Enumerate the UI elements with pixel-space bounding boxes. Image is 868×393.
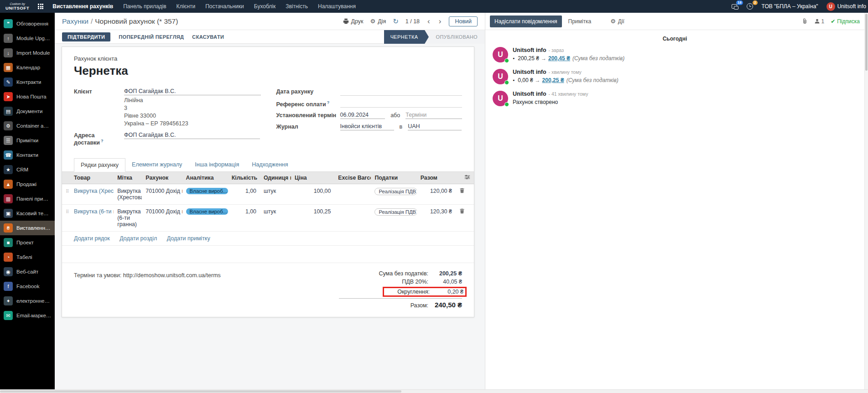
line-quantity[interactable]: 1,00 — [228, 184, 260, 204]
sidebar-item[interactable]: ₴ Виставлення ра... — [0, 221, 55, 235]
line-quantity[interactable]: 1,00 — [228, 204, 260, 231]
statusbar-button[interactable]: СКАСУВАТИ — [192, 34, 224, 40]
notebook-tab[interactable]: Інша інформація — [188, 158, 245, 172]
vertical-scrollbar-thumb[interactable] — [865, 14, 868, 71]
topbar-menu-item[interactable]: Клієнти — [172, 0, 201, 13]
delivery-address-field[interactable]: ФОП Сагайдак В.С. — [124, 132, 260, 139]
attachments-button[interactable] — [802, 18, 808, 24]
sidebar-item[interactable]: ▤ Документи — [0, 104, 55, 119]
sidebar-item[interactable]: ★ CRM — [0, 162, 55, 177]
action-menu-button[interactable]: ⚙ Дія — [370, 18, 386, 25]
journal-field[interactable]: Інвойси клієнтів — [340, 123, 394, 130]
tax-tag[interactable]: Реалізація ПДВ 20% — [374, 208, 416, 216]
col-uom[interactable]: Одиниця в... — [260, 172, 291, 184]
messages-button[interactable]: 18 — [728, 0, 743, 13]
line-account[interactable]: 701000 Дохід ві... — [146, 188, 182, 194]
print-button[interactable]: Друк — [343, 18, 364, 25]
apps-menu-button[interactable] — [34, 0, 47, 13]
sidebar-item[interactable]: ◔ Табелі — [0, 250, 55, 264]
company-switcher[interactable]: ТОВ "БПЛА – Україна" — [757, 3, 823, 10]
line-price[interactable]: 100,00 — [291, 184, 334, 204]
due-date-field[interactable]: 06.09.2024 — [340, 112, 385, 119]
delete-line-icon[interactable] — [459, 209, 465, 215]
sidebar-item[interactable]: ✦ електронне на... — [0, 294, 55, 308]
delete-line-icon[interactable] — [459, 188, 465, 195]
sidebar-item[interactable]: ▥ Панелі приладів — [0, 191, 55, 206]
drag-handle-icon[interactable]: ⠿ — [66, 189, 69, 194]
currency-field[interactable]: UAH — [408, 123, 462, 130]
status-step[interactable]: ОПУБЛІКОВАНО — [429, 30, 485, 44]
add-section-link[interactable]: Додати розділ — [120, 235, 157, 242]
add-note-link[interactable]: Додати примітку — [167, 235, 210, 242]
pager-next-icon[interactable]: › — [438, 17, 442, 25]
vertical-scrollbar[interactable] — [864, 13, 868, 389]
line-price[interactable]: 100,25 — [291, 204, 334, 231]
breadcrumb-parent-link[interactable]: Рахунки — [62, 17, 88, 25]
new-button[interactable]: Новий — [449, 16, 478, 26]
sidebar-item[interactable]: ✎ Контракти — [0, 75, 55, 89]
horizontal-scrollbar-thumb[interactable] — [0, 390, 401, 393]
topbar-menu-item[interactable]: Виставлення рахунків — [47, 0, 118, 13]
activities-button[interactable]: 2 — [743, 0, 757, 13]
line-label[interactable]: Викрутка (6-ти гранна) — [114, 204, 142, 231]
sidebar-item[interactable]: ◉ Веб-сайт — [0, 264, 55, 279]
statusbar-button[interactable]: ПОПЕРЕДНІЙ ПЕРЕГЛЯД — [119, 34, 184, 40]
subscribe-button[interactable]: ✔ Підписка — [831, 18, 860, 25]
sidebar-item[interactable]: ➤ Нова Пошта — [0, 89, 55, 104]
sidebar-item[interactable]: ☎ Контакти — [0, 148, 55, 162]
pager-previous-icon[interactable]: ‹ — [426, 17, 431, 25]
topbar-menu-item[interactable]: Постачальники — [200, 0, 249, 13]
col-quantity[interactable]: Кількість — [228, 172, 260, 184]
status-step[interactable]: ЧЕРНЕТКА — [384, 30, 425, 44]
notebook-tab[interactable]: Рядки рахунку — [74, 158, 125, 172]
product-link[interactable]: Викрутка (6-ти гра — [74, 208, 114, 215]
sidebar-item[interactable]: ✉ Email-маркетинг — [0, 308, 55, 323]
line-excise[interactable] — [334, 184, 371, 204]
sidebar-item[interactable]: ■ Проект — [0, 235, 55, 250]
sidebar-item[interactable]: ☰ Примітки — [0, 133, 55, 148]
topbar-menu-item[interactable]: Бухоблік — [249, 0, 281, 13]
sidebar-item[interactable]: ⚙ Container actions — [0, 119, 55, 133]
tax-tag[interactable]: Реалізація ПДВ 20% — [374, 188, 416, 195]
refresh-icon[interactable]: ↻ — [393, 17, 399, 26]
notebook-tab[interactable]: Елементи журналу — [125, 158, 188, 172]
notebook-tab[interactable]: Надходження — [245, 158, 294, 172]
invoice-line-row[interactable]: ⠿ Викрутка (Хрестов Викрутка (Хрестова) … — [62, 184, 474, 204]
drag-handle-icon[interactable]: ⠿ — [66, 209, 69, 214]
col-label[interactable]: Мітка — [114, 172, 142, 184]
col-total[interactable]: Разом — [417, 172, 456, 184]
statusbar-button[interactable]: ПІДТВЕРДИТИ — [62, 32, 110, 41]
client-field[interactable]: ФОП Сагайдак В.С. — [124, 88, 261, 95]
sidebar-item[interactable]: ❞ Обговорення — [0, 16, 55, 31]
log-note-button[interactable]: Примітка — [568, 18, 592, 25]
col-excise[interactable]: Excise Barcode — [334, 172, 371, 184]
topbar-menu-item[interactable]: Налаштування — [313, 0, 361, 13]
line-label[interactable]: Викрутка (Хрестова) — [114, 184, 142, 204]
invoice-date-field[interactable] — [340, 88, 463, 96]
col-price[interactable]: Ціна — [291, 172, 334, 184]
col-analytic[interactable]: Аналітика — [182, 172, 228, 184]
product-link[interactable]: Викрутка (Хрестов — [74, 188, 114, 194]
sidebar-item[interactable]: ▦ Календар — [0, 60, 55, 75]
sidebar-item[interactable]: ↑ Module Upgrade — [0, 31, 55, 46]
send-message-button[interactable]: Надіслати повідомлення — [490, 16, 562, 27]
line-account[interactable]: 701000 Дохід ві... — [146, 208, 182, 215]
line-excise[interactable] — [334, 204, 371, 231]
sidebar-item[interactable]: f Facebook — [0, 279, 55, 294]
analytic-tag[interactable]: Власне вироб... — [186, 208, 228, 215]
analytic-tag[interactable]: Власне вироб... — [186, 188, 228, 194]
horizontal-scrollbar[interactable] — [0, 389, 868, 393]
col-product[interactable]: Товар — [70, 172, 114, 184]
sidebar-item[interactable]: ▲ Продажі — [0, 177, 55, 191]
sidebar-item[interactable]: ▣ Касовий термін... — [0, 206, 55, 221]
followers-button[interactable]: 1 — [814, 18, 825, 25]
user-menu[interactable]: U Unitsoft info — [823, 2, 868, 11]
topbar-menu-item[interactable]: Звітність — [281, 0, 313, 13]
sidebar-item[interactable]: ↓ Import Module — [0, 46, 55, 60]
add-line-link[interactable]: Додати рядок — [74, 235, 110, 242]
line-uom[interactable]: штук — [260, 184, 291, 204]
chatter-actions-button[interactable]: ⚙ Дії — [610, 18, 624, 25]
line-uom[interactable]: штук — [260, 204, 291, 231]
payment-ref-field[interactable] — [340, 100, 463, 108]
col-taxes[interactable]: Податки — [371, 172, 416, 184]
